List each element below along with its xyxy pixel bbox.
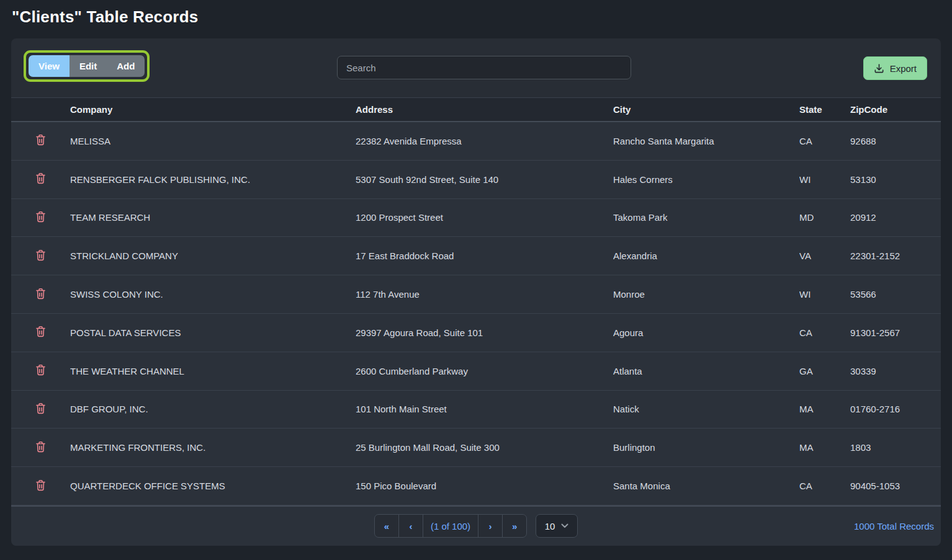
delete-row-button[interactable] [33, 477, 48, 496]
table-row: MARKETING FRONTIERS, INC. 25 Burlington … [11, 429, 941, 467]
state-cell: VA [799, 251, 850, 261]
trash-icon [35, 364, 46, 378]
column-header-company: Company [70, 104, 356, 115]
company-cell: TEAM RESEARCH [70, 212, 356, 223]
prev-page-button[interactable]: ‹ [398, 514, 423, 538]
company-cell: SWISS COLONY INC. [70, 289, 356, 300]
address-cell: 25 Burlington Mall Road, Suite 300 [356, 442, 613, 453]
delete-row-button[interactable] [33, 208, 48, 227]
total-records[interactable]: 1000 Total Records [854, 521, 934, 531]
address-cell: 17 East Braddock Road [356, 251, 613, 261]
table-row: POSTAL DATA SERVICES 29397 Agoura Road, … [11, 314, 941, 352]
city-cell: Agoura [613, 327, 799, 338]
edit-button[interactable]: Edit [70, 55, 107, 77]
delete-row-button[interactable] [33, 323, 48, 342]
table-row: SWISS COLONY INC. 112 7th Avenue Monroe … [11, 275, 941, 314]
table-row: MELISSA 22382 Avenida Empressa Rancho Sa… [11, 122, 941, 161]
page-indicator: (1 of 100) [423, 514, 478, 538]
table-row: TEAM RESEARCH 1200 Prospect Street Takom… [11, 199, 941, 238]
delete-row-button[interactable] [33, 400, 48, 419]
zipcode-cell: 53566 [850, 289, 941, 300]
column-header-city: City [613, 104, 799, 115]
trash-icon [35, 249, 46, 263]
toolbar: View Edit Add Export [11, 38, 941, 97]
trash-icon [35, 441, 46, 455]
city-cell: Burlington [613, 442, 799, 453]
table-row: THE WEATHER CHANNEL 2600 Cumberland Park… [11, 352, 941, 391]
delete-row-button[interactable] [33, 247, 48, 265]
column-header-state: State [799, 104, 850, 115]
company-cell: RENSBERGER FALCK PUBLISHING, INC. [70, 174, 356, 185]
first-page-button[interactable]: « [374, 514, 399, 538]
delete-row-button[interactable] [33, 170, 48, 189]
table-footer: « ‹ (1 of 100) › » 10 1000 Total Records [11, 505, 941, 546]
trash-icon [35, 211, 46, 224]
column-header-zipcode: ZipCode [850, 104, 941, 115]
state-cell: CA [799, 136, 850, 146]
table-row: RENSBERGER FALCK PUBLISHING, INC. 5307 S… [11, 161, 941, 199]
delete-row-button[interactable] [33, 131, 48, 150]
table-row: STRICKLAND COMPANY 17 East Braddock Road… [11, 237, 941, 275]
records-card: View Edit Add Export Company Address Cit… [11, 38, 941, 546]
state-cell: MA [799, 442, 850, 453]
zipcode-cell: 92688 [850, 136, 941, 146]
column-header-address: Address [356, 104, 613, 115]
mode-button-group: View Edit Add [29, 55, 145, 77]
zipcode-cell: 91301-2567 [850, 327, 941, 338]
state-cell: WI [799, 289, 850, 300]
zipcode-cell: 1803 [850, 442, 941, 453]
page-title: "Clients" Table Records [12, 7, 198, 27]
zipcode-cell: 22301-2152 [850, 251, 941, 261]
city-cell: Hales Corners [613, 174, 799, 185]
state-cell: CA [799, 481, 850, 491]
chevron-down-icon [561, 523, 568, 528]
state-cell: MD [799, 212, 850, 223]
search-input[interactable] [337, 56, 631, 79]
company-cell: QUARTERDECK OFFICE SYSTEMS [70, 481, 356, 491]
export-button[interactable]: Export [863, 56, 927, 80]
address-cell: 22382 Avenida Empressa [356, 136, 613, 146]
page-size-value: 10 [545, 521, 555, 531]
table-row: QUARTERDECK OFFICE SYSTEMS 150 Pico Boul… [11, 467, 941, 505]
view-button[interactable]: View [29, 55, 70, 77]
address-cell: 5307 South 92nd Street, Suite 140 [356, 174, 613, 185]
zipcode-cell: 90405-1053 [850, 481, 941, 491]
delete-row-button[interactable] [33, 285, 48, 304]
table-row: DBF GROUP, INC. 101 North Main Street Na… [11, 391, 941, 429]
zipcode-cell: 30339 [850, 366, 941, 376]
zipcode-cell: 20912 [850, 212, 941, 223]
city-cell: Rancho Santa Margarita [613, 136, 799, 146]
delete-row-button[interactable] [33, 362, 48, 380]
address-cell: 112 7th Avenue [356, 289, 613, 300]
city-cell: Alexandria [613, 251, 799, 261]
address-cell: 101 North Main Street [356, 404, 613, 414]
trash-icon [35, 326, 46, 339]
company-cell: MARKETING FRONTIERS, INC. [70, 442, 356, 453]
next-page-button[interactable]: › [478, 514, 503, 538]
state-cell: CA [799, 327, 850, 338]
export-label: Export [890, 63, 917, 74]
address-cell: 29397 Agoura Road, Suite 101 [356, 327, 613, 338]
address-cell: 2600 Cumberland Parkway [356, 366, 613, 376]
company-cell: STRICKLAND COMPANY [70, 251, 356, 261]
table-header-row: Company Address City State ZipCode [11, 97, 941, 122]
zipcode-cell: 53130 [850, 174, 941, 185]
company-cell: THE WEATHER CHANNEL [70, 366, 356, 376]
delete-row-button[interactable] [33, 438, 48, 457]
trash-icon [35, 402, 46, 416]
city-cell: Natick [613, 404, 799, 414]
state-cell: MA [799, 404, 850, 414]
last-page-button[interactable]: » [502, 514, 527, 538]
state-cell: GA [799, 366, 850, 376]
state-cell: WI [799, 174, 850, 185]
trash-icon [35, 134, 46, 148]
add-button[interactable]: Add [107, 55, 145, 77]
company-cell: DBF GROUP, INC. [70, 404, 356, 414]
page-size-select[interactable]: 10 [536, 514, 578, 538]
address-cell: 150 Pico Boulevard [356, 481, 613, 491]
address-cell: 1200 Prospect Street [356, 212, 613, 223]
city-cell: Santa Monica [613, 481, 799, 491]
city-cell: Takoma Park [613, 212, 799, 223]
mode-button-group-highlight: View Edit Add [24, 50, 150, 82]
city-cell: Atlanta [613, 366, 799, 376]
